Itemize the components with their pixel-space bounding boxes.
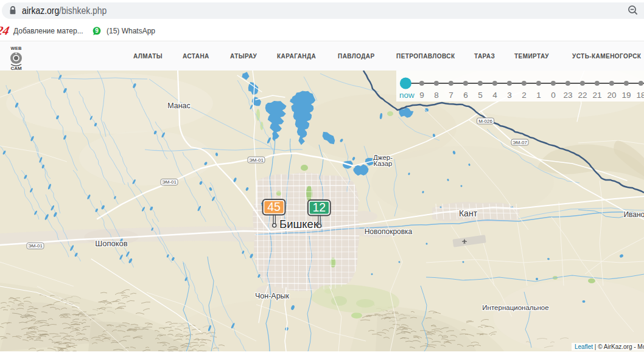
svg-text:now: now	[399, 91, 415, 100]
svg-text:0: 0	[551, 91, 556, 100]
svg-text:Интернациональное: Интернациональное	[482, 304, 548, 311]
svg-text:20: 20	[607, 91, 616, 100]
svg-text:9: 9	[95, 27, 99, 34]
svg-text:19: 19	[621, 91, 631, 100]
svg-text:Казар: Казар	[373, 160, 392, 167]
svg-text:3: 3	[507, 91, 512, 100]
svg-text:Кант: Кант	[459, 209, 478, 218]
svg-text:9: 9	[419, 91, 424, 100]
svg-text:ЭМ-01: ЭМ-01	[28, 243, 43, 249]
svg-text:8: 8	[434, 91, 439, 100]
svg-text:Новопокровка: Новопокровка	[365, 227, 413, 236]
svg-text:7: 7	[449, 91, 453, 100]
svg-text:ЭМ-07: ЭМ-07	[513, 140, 528, 145]
svg-text:М-026: М-026	[478, 119, 492, 124]
svg-text:5: 5	[478, 91, 483, 100]
svg-text:Иванов: Иванов	[623, 210, 644, 219]
svg-text:2: 2	[522, 91, 527, 100]
svg-text:Манас: Манас	[167, 102, 191, 110]
svg-text:45: 45	[267, 200, 281, 213]
svg-text:12: 12	[312, 201, 326, 214]
svg-text:6: 6	[463, 91, 468, 100]
svg-text:WEB: WEB	[10, 46, 21, 51]
svg-text:Чон-Арык: Чон-Арык	[255, 292, 290, 300]
svg-text:21: 21	[592, 91, 601, 100]
svg-text:ЭМ-01: ЭМ-01	[162, 179, 177, 185]
svg-text:ЭМ-01: ЭМ-01	[249, 157, 264, 163]
svg-text:Бишкек: Бишкек	[279, 218, 319, 230]
svg-text:18: 18	[636, 91, 644, 100]
svg-text:23: 23	[563, 91, 572, 100]
svg-text:Шопоков: Шопоков	[95, 239, 127, 248]
svg-text:4: 4	[492, 91, 497, 100]
svg-text:22: 22	[578, 91, 587, 100]
svg-text:1: 1	[536, 91, 541, 100]
